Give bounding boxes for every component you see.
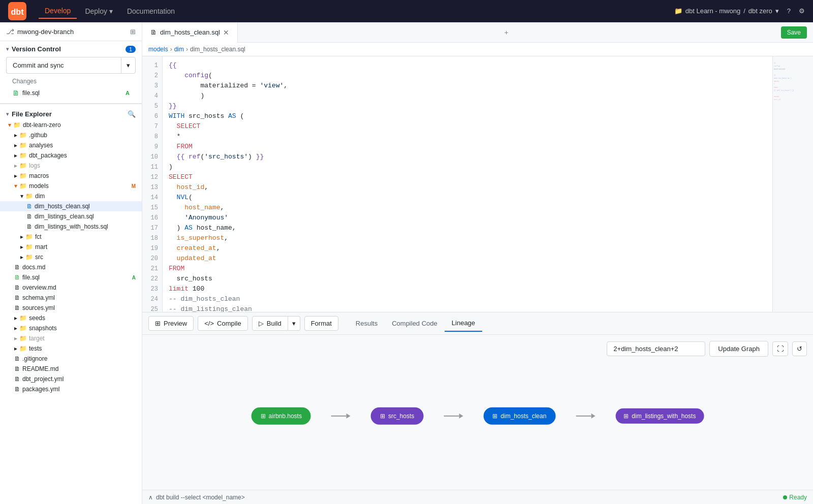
dbt-logo: dbt (8, 2, 26, 20)
change-filename[interactable]: file.sql (22, 89, 40, 97)
code-line-3: materialized = 'view', (169, 81, 766, 91)
folder-icon: 📁 (25, 193, 33, 200)
sidebar-item-logs[interactable]: ▸ 📁 logs (0, 161, 142, 171)
sidebar-item-sources-yml[interactable]: 🗎 sources.yml (0, 303, 142, 313)
sidebar-item-models[interactable]: ▾ 📁 models M (0, 181, 142, 191)
folder-closed-icon: ▸ (20, 243, 23, 250)
editor-tab-dim-hosts-clean[interactable]: 🗎 dim_hosts_clean.sql ✕ (142, 22, 238, 43)
commit-sync-dropdown-button[interactable]: ▾ (121, 57, 136, 74)
expand-icon[interactable]: ⛶ (772, 341, 788, 356)
svg-text:FROM: FROM (774, 87, 777, 88)
folder-closed-icon: ▸ (20, 233, 23, 240)
lineage-arrow-3 (576, 413, 595, 418)
code-line-19: created_at, (169, 243, 766, 254)
sidebar-item-dim-listings-clean[interactable]: 🗎 dim_listings_clean.sql (0, 211, 142, 222)
sidebar-item-readme[interactable]: 🗎 README.md (0, 364, 142, 374)
tab-results[interactable]: Results (349, 316, 385, 331)
sidebar-item-fct[interactable]: ▸ 📁 fct (0, 232, 142, 242)
compile-button[interactable]: </> Compile (198, 316, 247, 331)
nav-deploy[interactable]: Deploy ▾ (79, 4, 119, 18)
svg-text:WITH src_hosts AS (: WITH src_hosts AS ( (774, 77, 791, 79)
sidebar-item-analyses[interactable]: ▸ 📁 analyses (0, 140, 142, 150)
change-item: 🗎 file.sql A (6, 87, 136, 99)
lineage-node-src-hosts[interactable]: ⊞ src_hosts (371, 407, 423, 424)
sidebar-branch: ⎇ mwong-dev-branch ⊞ (0, 22, 142, 41)
file-icon: 🗎 (14, 274, 20, 281)
code-line-1: {{ (169, 60, 766, 71)
sidebar-item-dim-listings-hosts[interactable]: 🗎 dim_listings_with_hosts.sql (0, 222, 142, 232)
lineage-node-dim-listings-with-hosts[interactable]: ⊞ dim_listings_with_hosts (615, 408, 704, 423)
code-line-4: ) (169, 91, 766, 101)
tab-compiled-code[interactable]: Compiled Code (385, 316, 445, 331)
file-icon: 🗎 (26, 203, 33, 210)
version-control-section: ▾ Version Control 1 Commit and sync ▾ Ch… (0, 41, 142, 104)
sidebar-item-dbt-learn-zero[interactable]: ▾ 📁 dbt-learn-zero (0, 120, 142, 130)
folder-icon: 📁 (13, 121, 21, 129)
svg-text:materialized: materialized (774, 68, 785, 70)
sidebar-item-seeds[interactable]: ▸ 📁 seeds (0, 313, 142, 323)
sidebar-item-packages-yml[interactable]: 🗎 packages.yml (0, 384, 142, 394)
project-selector[interactable]: 📁 dbt Learn - mwong / dbt zero ▾ (674, 7, 779, 15)
sidebar-item-dbt-packages[interactable]: ▸ 📁 dbt_packages (0, 150, 142, 161)
sidebar-item-github[interactable]: ▸ 📁 .github (0, 130, 142, 140)
search-icon[interactable]: 🔍 (128, 110, 136, 118)
sidebar-item-tests[interactable]: ▸ 📁 tests (0, 343, 142, 354)
lineage-selector-input[interactable] (607, 341, 705, 356)
code-line-27: -- dim_hosts_clean (169, 294, 766, 304)
sidebar-item-snapshots[interactable]: ▸ 📁 snapshots (0, 323, 142, 333)
sidebar-item-dim-hosts-clean[interactable]: 🗎 dim_hosts_clean.sql (0, 201, 142, 211)
sidebar-item-mart[interactable]: ▸ 📁 mart (0, 242, 142, 252)
models-badge: M (132, 183, 136, 189)
file-icon: 🗎 (26, 213, 33, 220)
lineage-node-airbnb-hosts[interactable]: ⊞ airbnb.hosts (252, 407, 311, 424)
commit-sync-button[interactable]: Commit and sync (6, 57, 121, 74)
vc-title: ▾ Version Control (6, 45, 61, 53)
settings-icon[interactable]: ⚙ (799, 7, 805, 15)
sidebar-item-target[interactable]: ▸ 📁 target (0, 333, 142, 343)
file-icon: 🗎 (14, 375, 20, 383)
sidebar-item-gitignore[interactable]: 🗎 .gitignore (0, 354, 142, 364)
refresh-icon[interactable]: ↺ (792, 341, 807, 356)
code-line-18: is_superhost, (169, 233, 766, 243)
code-content[interactable]: {{ config( materialized = 'view', ) }} W… (163, 56, 772, 312)
code-editor[interactable]: 123 456 789 101112 131415 161718 192021 … (142, 56, 813, 312)
editor-area: 🗎 dim_hosts_clean.sql ✕ ＋ Save models › … (142, 22, 813, 504)
svg-text:SELECT: SELECT (774, 96, 779, 98)
sidebar-item-macros[interactable]: ▸ 📁 macros (0, 171, 142, 181)
chevron-up-icon[interactable]: ∧ (148, 494, 153, 501)
breadcrumb-dim[interactable]: dim (174, 46, 184, 53)
sidebar-item-src[interactable]: ▸ 📁 src (0, 252, 142, 262)
nav-documentation[interactable]: Documentation (121, 4, 181, 18)
folder-closed-icon: ▸ (14, 172, 17, 179)
lineage-node-dim-hosts-clean[interactable]: ⊞ dim_hosts_clean (483, 407, 555, 424)
tab-close-button[interactable]: ✕ (223, 28, 229, 37)
sidebar-item-dbt-project-yml[interactable]: 🗎 dbt_project.yml (0, 374, 142, 384)
breadcrumb-models[interactable]: models (148, 46, 168, 53)
sidebar-item-dim[interactable]: ▾ 📁 dim (0, 191, 142, 201)
save-button[interactable]: Save (781, 26, 807, 39)
sidebar-item-schema-yml[interactable]: 🗎 schema.yml (0, 293, 142, 303)
grid-icon[interactable]: ⊞ (130, 28, 136, 36)
sidebar-item-overview-md[interactable]: 🗎 overview.md (0, 282, 142, 293)
code-line-11: ) (169, 162, 766, 172)
sidebar-item-docs-md[interactable]: 🗎 docs.md (0, 262, 142, 272)
format-button[interactable]: Format (304, 316, 338, 331)
vc-header[interactable]: ▾ Version Control 1 (6, 45, 136, 53)
fe-header[interactable]: ▾ File Explorer 🔍 (0, 108, 142, 120)
code-line-8: * (169, 132, 766, 142)
project-separator: / (743, 7, 745, 15)
nav-develop[interactable]: Develop (39, 4, 77, 19)
code-line-5: }} (169, 101, 766, 111)
preview-button[interactable]: ⊞ Preview (148, 316, 194, 331)
file-icon: 🗎 (14, 386, 20, 393)
file-icon: 🗎 (14, 294, 20, 301)
update-graph-button[interactable]: Update Graph (709, 341, 768, 357)
folder-icon: 📁 (25, 243, 33, 250)
build-dropdown-button[interactable]: ▾ (288, 316, 300, 331)
sidebar-item-file-sql[interactable]: 🗎 file.sql A (0, 272, 142, 282)
svg-text:}}: }} (774, 74, 776, 76)
tab-lineage[interactable]: Lineage (445, 315, 482, 332)
help-icon[interactable]: ? (787, 7, 791, 15)
build-button[interactable]: ▷ Build (252, 316, 288, 331)
tab-add-button[interactable]: ＋ (497, 22, 516, 43)
